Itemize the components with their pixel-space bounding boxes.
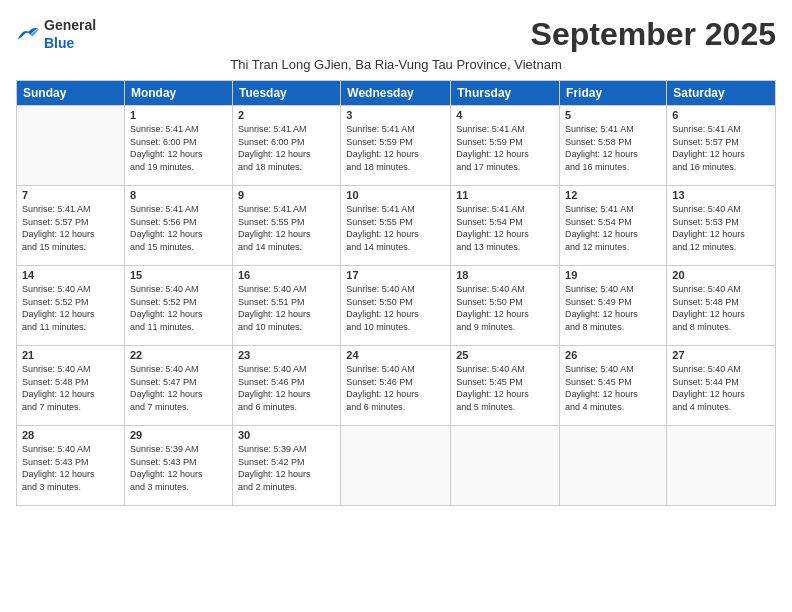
day-number: 24 xyxy=(346,349,445,361)
day-number: 23 xyxy=(238,349,335,361)
table-cell: 17Sunrise: 5:40 AM Sunset: 5:50 PM Dayli… xyxy=(341,266,451,346)
table-cell: 28Sunrise: 5:40 AM Sunset: 5:43 PM Dayli… xyxy=(17,426,125,506)
day-info: Sunrise: 5:41 AM Sunset: 5:59 PM Dayligh… xyxy=(456,123,554,173)
table-cell: 2Sunrise: 5:41 AM Sunset: 6:00 PM Daylig… xyxy=(232,106,340,186)
day-number: 29 xyxy=(130,429,227,441)
day-number: 21 xyxy=(22,349,119,361)
table-cell: 1Sunrise: 5:41 AM Sunset: 6:00 PM Daylig… xyxy=(124,106,232,186)
page-header: General Blue September 2025 xyxy=(16,16,776,53)
day-number: 20 xyxy=(672,269,770,281)
day-number: 17 xyxy=(346,269,445,281)
table-cell: 25Sunrise: 5:40 AM Sunset: 5:45 PM Dayli… xyxy=(451,346,560,426)
table-cell xyxy=(451,426,560,506)
weekday-header-row: Sunday Monday Tuesday Wednesday Thursday… xyxy=(17,81,776,106)
week-row-5: 28Sunrise: 5:40 AM Sunset: 5:43 PM Dayli… xyxy=(17,426,776,506)
day-info: Sunrise: 5:41 AM Sunset: 5:54 PM Dayligh… xyxy=(456,203,554,253)
day-info: Sunrise: 5:40 AM Sunset: 5:52 PM Dayligh… xyxy=(130,283,227,333)
table-cell: 19Sunrise: 5:40 AM Sunset: 5:49 PM Dayli… xyxy=(560,266,667,346)
table-cell: 24Sunrise: 5:40 AM Sunset: 5:46 PM Dayli… xyxy=(341,346,451,426)
day-info: Sunrise: 5:40 AM Sunset: 5:43 PM Dayligh… xyxy=(22,443,119,493)
day-info: Sunrise: 5:40 AM Sunset: 5:48 PM Dayligh… xyxy=(672,283,770,333)
day-number: 30 xyxy=(238,429,335,441)
day-info: Sunrise: 5:40 AM Sunset: 5:50 PM Dayligh… xyxy=(456,283,554,333)
day-info: Sunrise: 5:40 AM Sunset: 5:50 PM Dayligh… xyxy=(346,283,445,333)
week-row-2: 7Sunrise: 5:41 AM Sunset: 5:57 PM Daylig… xyxy=(17,186,776,266)
table-cell: 7Sunrise: 5:41 AM Sunset: 5:57 PM Daylig… xyxy=(17,186,125,266)
table-cell: 13Sunrise: 5:40 AM Sunset: 5:53 PM Dayli… xyxy=(667,186,776,266)
day-info: Sunrise: 5:40 AM Sunset: 5:45 PM Dayligh… xyxy=(565,363,661,413)
table-cell: 11Sunrise: 5:41 AM Sunset: 5:54 PM Dayli… xyxy=(451,186,560,266)
day-info: Sunrise: 5:41 AM Sunset: 5:59 PM Dayligh… xyxy=(346,123,445,173)
table-cell xyxy=(667,426,776,506)
day-info: Sunrise: 5:40 AM Sunset: 5:46 PM Dayligh… xyxy=(346,363,445,413)
day-number: 25 xyxy=(456,349,554,361)
table-cell: 12Sunrise: 5:41 AM Sunset: 5:54 PM Dayli… xyxy=(560,186,667,266)
day-info: Sunrise: 5:40 AM Sunset: 5:45 PM Dayligh… xyxy=(456,363,554,413)
day-number: 9 xyxy=(238,189,335,201)
table-cell: 14Sunrise: 5:40 AM Sunset: 5:52 PM Dayli… xyxy=(17,266,125,346)
day-info: Sunrise: 5:41 AM Sunset: 5:55 PM Dayligh… xyxy=(346,203,445,253)
day-number: 7 xyxy=(22,189,119,201)
day-number: 11 xyxy=(456,189,554,201)
day-number: 3 xyxy=(346,109,445,121)
header-sunday: Sunday xyxy=(17,81,125,106)
day-info: Sunrise: 5:40 AM Sunset: 5:53 PM Dayligh… xyxy=(672,203,770,253)
day-info: Sunrise: 5:41 AM Sunset: 6:00 PM Dayligh… xyxy=(130,123,227,173)
table-cell: 20Sunrise: 5:40 AM Sunset: 5:48 PM Dayli… xyxy=(667,266,776,346)
logo-text: General Blue xyxy=(44,16,96,52)
table-cell: 5Sunrise: 5:41 AM Sunset: 5:58 PM Daylig… xyxy=(560,106,667,186)
day-info: Sunrise: 5:41 AM Sunset: 5:54 PM Dayligh… xyxy=(565,203,661,253)
week-row-1: 1Sunrise: 5:41 AM Sunset: 6:00 PM Daylig… xyxy=(17,106,776,186)
day-number: 22 xyxy=(130,349,227,361)
day-info: Sunrise: 5:40 AM Sunset: 5:52 PM Dayligh… xyxy=(22,283,119,333)
day-number: 12 xyxy=(565,189,661,201)
day-number: 2 xyxy=(238,109,335,121)
table-cell: 23Sunrise: 5:40 AM Sunset: 5:46 PM Dayli… xyxy=(232,346,340,426)
table-cell: 26Sunrise: 5:40 AM Sunset: 5:45 PM Dayli… xyxy=(560,346,667,426)
day-info: Sunrise: 5:41 AM Sunset: 5:57 PM Dayligh… xyxy=(672,123,770,173)
table-cell: 16Sunrise: 5:40 AM Sunset: 5:51 PM Dayli… xyxy=(232,266,340,346)
table-cell xyxy=(560,426,667,506)
calendar-table: Sunday Monday Tuesday Wednesday Thursday… xyxy=(16,80,776,506)
day-number: 28 xyxy=(22,429,119,441)
table-cell: 9Sunrise: 5:41 AM Sunset: 5:55 PM Daylig… xyxy=(232,186,340,266)
day-info: Sunrise: 5:41 AM Sunset: 5:55 PM Dayligh… xyxy=(238,203,335,253)
day-info: Sunrise: 5:40 AM Sunset: 5:49 PM Dayligh… xyxy=(565,283,661,333)
day-info: Sunrise: 5:40 AM Sunset: 5:48 PM Dayligh… xyxy=(22,363,119,413)
header-tuesday: Tuesday xyxy=(232,81,340,106)
week-row-3: 14Sunrise: 5:40 AM Sunset: 5:52 PM Dayli… xyxy=(17,266,776,346)
day-number: 14 xyxy=(22,269,119,281)
header-wednesday: Wednesday xyxy=(341,81,451,106)
table-cell: 27Sunrise: 5:40 AM Sunset: 5:44 PM Dayli… xyxy=(667,346,776,426)
day-info: Sunrise: 5:41 AM Sunset: 5:57 PM Dayligh… xyxy=(22,203,119,253)
table-cell: 3Sunrise: 5:41 AM Sunset: 5:59 PM Daylig… xyxy=(341,106,451,186)
table-cell: 6Sunrise: 5:41 AM Sunset: 5:57 PM Daylig… xyxy=(667,106,776,186)
day-info: Sunrise: 5:39 AM Sunset: 5:43 PM Dayligh… xyxy=(130,443,227,493)
table-cell: 22Sunrise: 5:40 AM Sunset: 5:47 PM Dayli… xyxy=(124,346,232,426)
day-info: Sunrise: 5:40 AM Sunset: 5:47 PM Dayligh… xyxy=(130,363,227,413)
header-monday: Monday xyxy=(124,81,232,106)
logo-bird-icon xyxy=(16,25,40,43)
table-cell: 30Sunrise: 5:39 AM Sunset: 5:42 PM Dayli… xyxy=(232,426,340,506)
table-cell: 29Sunrise: 5:39 AM Sunset: 5:43 PM Dayli… xyxy=(124,426,232,506)
day-info: Sunrise: 5:40 AM Sunset: 5:44 PM Dayligh… xyxy=(672,363,770,413)
day-info: Sunrise: 5:41 AM Sunset: 6:00 PM Dayligh… xyxy=(238,123,335,173)
day-number: 26 xyxy=(565,349,661,361)
day-number: 8 xyxy=(130,189,227,201)
logo-general: General xyxy=(44,17,96,33)
day-info: Sunrise: 5:40 AM Sunset: 5:46 PM Dayligh… xyxy=(238,363,335,413)
calendar-subtitle: Thi Tran Long GJien, Ba Ria-Vung Tau Pro… xyxy=(16,57,776,72)
table-cell: 18Sunrise: 5:40 AM Sunset: 5:50 PM Dayli… xyxy=(451,266,560,346)
week-row-4: 21Sunrise: 5:40 AM Sunset: 5:48 PM Dayli… xyxy=(17,346,776,426)
month-title: September 2025 xyxy=(531,16,776,53)
header-thursday: Thursday xyxy=(451,81,560,106)
day-info: Sunrise: 5:39 AM Sunset: 5:42 PM Dayligh… xyxy=(238,443,335,493)
day-number: 4 xyxy=(456,109,554,121)
header-friday: Friday xyxy=(560,81,667,106)
day-info: Sunrise: 5:40 AM Sunset: 5:51 PM Dayligh… xyxy=(238,283,335,333)
table-cell: 8Sunrise: 5:41 AM Sunset: 5:56 PM Daylig… xyxy=(124,186,232,266)
day-number: 1 xyxy=(130,109,227,121)
day-number: 6 xyxy=(672,109,770,121)
day-number: 13 xyxy=(672,189,770,201)
header-saturday: Saturday xyxy=(667,81,776,106)
